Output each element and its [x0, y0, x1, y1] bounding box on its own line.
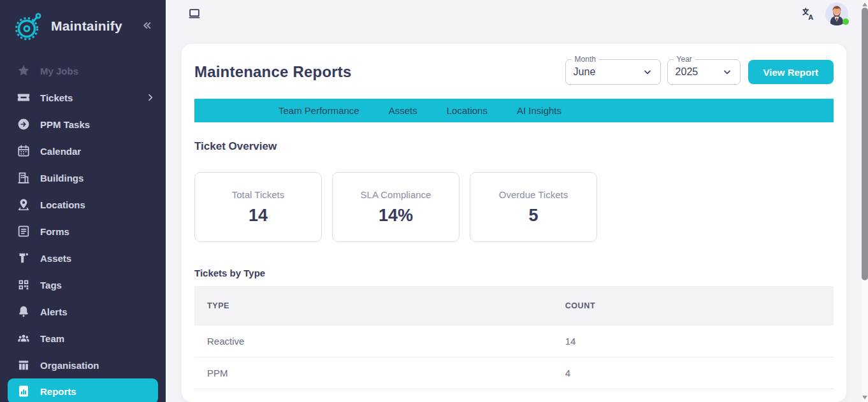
sidebar-item-alerts[interactable]: Alerts [0, 298, 166, 325]
month-select[interactable]: Month June [565, 59, 661, 85]
ticket-count-cell: 14 [553, 326, 834, 357]
table-row: Reactive14 [194, 326, 834, 357]
calendar-icon [17, 144, 31, 158]
sidebar-item-my-jobs[interactable]: My Jobs [0, 57, 166, 84]
sidebar-item-label: Alerts [40, 306, 156, 317]
ticket-overview-stats: Total Tickets14SLA Compliance14%Overdue … [194, 172, 834, 242]
sidebar-item-locations[interactable]: Locations [0, 191, 166, 218]
sidebar-item-label: Organisation [40, 360, 156, 371]
year-select-value: 2025 [676, 66, 698, 78]
tab-team-performance[interactable]: Team Performance [278, 105, 359, 116]
sidebar-item-ppm-tasks[interactable]: PPM Tasks [0, 111, 166, 138]
sidebar-item-team[interactable]: Team [0, 325, 166, 352]
sidebar-item-label: Calendar [40, 146, 156, 157]
table-header-row: TYPE COUNT [194, 286, 834, 326]
sidebar: Maintainify My JobsTicketsPPM TasksCalen… [0, 0, 166, 402]
sidebar-item-label: Locations [40, 199, 156, 210]
app-window: Maintainify My JobsTicketsPPM TasksCalen… [0, 0, 868, 402]
sidebar-item-reports[interactable]: Reports [8, 378, 158, 402]
sidebar-item-buildings[interactable]: Buildings [0, 164, 166, 191]
bell-icon [17, 305, 31, 319]
sidebar-item-label: PPM Tasks [40, 119, 156, 130]
translate-icon[interactable]: A [800, 6, 816, 22]
ticket-count-cell: 4 [553, 357, 834, 389]
sidebar-item-label: Team [40, 333, 156, 344]
laptop-icon[interactable] [187, 7, 201, 21]
stat-label: Overdue Tickets [499, 189, 568, 200]
ticket-overview-heading: Ticket Overview [194, 140, 834, 153]
svg-text:A: A [808, 13, 813, 20]
tab-assets[interactable]: Assets [389, 105, 417, 116]
sidebar-item-assets[interactable]: Assets [0, 245, 166, 271]
stat-value: 14% [379, 206, 413, 226]
report-card: Maintenance Reports Month June Year 2025 [182, 44, 846, 402]
topbar: A [166, 0, 862, 27]
stat-label: Total Tickets [232, 189, 285, 200]
sidebar-item-tickets[interactable]: Tickets [0, 84, 166, 111]
asset-icon [17, 251, 31, 265]
scrollbar-thumb[interactable] [862, 8, 868, 280]
tab-ai-insights[interactable]: AI Insights [517, 105, 561, 116]
chevron-down-icon [642, 67, 653, 77]
sidebar-item-calendar[interactable]: Calendar [0, 138, 166, 164]
column-header-count: COUNT [553, 286, 834, 326]
chevrons-left-icon [140, 19, 153, 34]
month-select-label: Month [572, 55, 599, 64]
star-icon [17, 64, 31, 78]
qr-tag-icon [17, 278, 31, 292]
avatar[interactable] [825, 2, 849, 26]
sidebar-header: Maintainify [0, 0, 166, 48]
ticket-type-cell: PPM [194, 357, 553, 389]
year-select-label: Year [674, 55, 695, 64]
year-select[interactable]: Year 2025 [667, 59, 741, 85]
sidebar-item-label: Buildings [40, 173, 156, 183]
table-row: PPM4 [194, 357, 834, 389]
sidebar-item-label: Forms [40, 226, 156, 237]
stat-label: SLA Compliance [361, 189, 431, 200]
sidebar-item-label: Tags [40, 280, 156, 291]
report-icon [17, 384, 31, 398]
report-tabbar: Team PerformanceAssetsLocationsAI Insigh… [194, 99, 834, 122]
stat-card-sla-compliance: SLA Compliance14% [332, 172, 459, 242]
month-select-value: June [574, 66, 596, 78]
tab-locations[interactable]: Locations [447, 105, 488, 116]
team-icon [17, 331, 31, 345]
report-filters: Month June Year 2025 View Report [565, 59, 834, 85]
sidebar-nav: My JobsTicketsPPM TasksCalendarBuildings… [0, 57, 166, 402]
sidebar-item-tags[interactable]: Tags [0, 271, 166, 298]
arrow-circle-icon [17, 117, 31, 131]
vertical-scrollbar[interactable] [862, 0, 868, 402]
app-logo-grinder-icon [13, 10, 43, 42]
chevron-down-icon [722, 67, 732, 77]
ticket-type-cell: Reactive [194, 326, 553, 357]
page-title: Maintenance Reports [194, 63, 352, 81]
tickets-by-type-heading: Tickets by Type [194, 268, 834, 278]
sidebar-item-label: Reports [40, 386, 149, 397]
scrollbar-up-arrow[interactable] [862, 3, 867, 6]
sidebar-item-organisation[interactable]: Organisation [0, 352, 166, 378]
map-pin-icon [17, 197, 31, 212]
stat-card-overdue-tickets: Overdue Tickets5 [470, 172, 597, 242]
stat-card-total-tickets: Total Tickets14 [194, 172, 322, 242]
building-icon [17, 171, 31, 185]
form-list-icon [17, 224, 31, 238]
sidebar-collapse-button[interactable] [139, 18, 154, 35]
sidebar-item-label: Tickets [40, 92, 145, 103]
view-report-button[interactable]: View Report [748, 60, 834, 84]
stat-value: 14 [249, 206, 268, 226]
sidebar-item-label: Assets [40, 253, 156, 264]
tickets-by-type-table: TYPE COUNT Reactive14PPM4 [194, 286, 834, 389]
topbar-actions: A [800, 2, 849, 26]
stat-value: 5 [528, 206, 538, 226]
app-title: Maintainify [51, 18, 139, 34]
scrollbar-down-arrow[interactable] [862, 396, 867, 399]
organisation-icon [17, 358, 31, 372]
column-header-type: TYPE [194, 286, 553, 326]
ticket-icon [17, 90, 31, 104]
sidebar-item-label: My Jobs [40, 66, 156, 76]
chevron-right-icon [145, 92, 156, 103]
report-header: Maintenance Reports Month June Year 2025 [194, 59, 834, 85]
main-area: A [166, 0, 862, 402]
online-status-dot [843, 18, 849, 25]
sidebar-item-forms[interactable]: Forms [0, 218, 166, 245]
